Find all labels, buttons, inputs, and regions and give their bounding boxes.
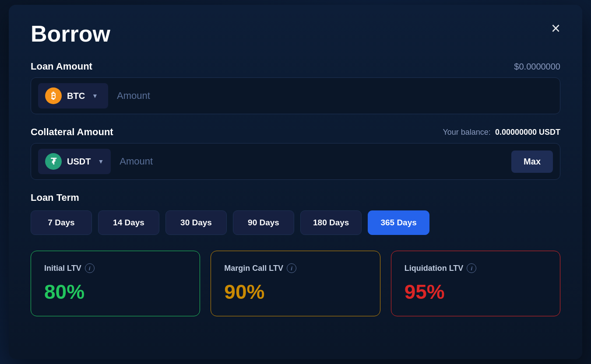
term-7-days[interactable]: 7 Days	[31, 210, 92, 235]
loan-amount-input-box: ₿ BTC ▼	[31, 77, 560, 114]
balance-prefix: Your balance:	[443, 128, 490, 136]
liquidation-ltv-card: Liquidation LTV i 95%	[391, 251, 560, 316]
collateral-amount-label: Collateral Amount	[31, 126, 113, 138]
initial-ltv-title: Initial LTV	[44, 264, 81, 273]
collateral-balance: Your balance: 0.00000000 USDT	[443, 128, 560, 137]
loan-amount-input[interactable]	[108, 90, 553, 102]
term-90-days[interactable]: 90 Days	[233, 210, 294, 235]
modal-title: Borrow	[31, 22, 560, 45]
term-buttons-group: 7 Days 14 Days 30 Days 90 Days 180 Days …	[31, 210, 560, 235]
max-button[interactable]: Max	[511, 150, 553, 173]
term-14-days[interactable]: 14 Days	[98, 210, 159, 235]
collateral-currency-symbol: USDT	[67, 157, 91, 167]
btc-icon: ₿	[45, 88, 62, 104]
initial-ltv-info-icon[interactable]: i	[85, 263, 95, 273]
term-365-days[interactable]: 365 Days	[368, 210, 429, 235]
collateral-currency-chevron: ▼	[98, 158, 104, 165]
term-30-days[interactable]: 30 Days	[165, 210, 227, 235]
loan-currency-symbol: BTC	[67, 91, 85, 101]
margin-call-ltv-info-icon[interactable]: i	[287, 263, 296, 273]
loan-currency-selector[interactable]: ₿ BTC ▼	[38, 83, 108, 108]
loan-term-section: Loan Term 7 Days 14 Days 30 Days 90 Days…	[31, 192, 560, 235]
close-button[interactable]: ×	[551, 21, 560, 36]
usdt-icon: ₮	[45, 153, 62, 170]
liquidation-ltv-title: Liquidation LTV	[405, 264, 464, 273]
initial-ltv-card: Initial LTV i 80%	[31, 251, 200, 316]
ltv-cards-section: Initial LTV i 80% Margin Call LTV i 90% …	[31, 251, 560, 316]
loan-amount-label: Loan Amount	[31, 61, 92, 72]
margin-call-ltv-title: Margin Call LTV	[224, 264, 283, 273]
liquidation-ltv-info-icon[interactable]: i	[467, 263, 476, 273]
initial-ltv-header: Initial LTV i	[44, 263, 186, 273]
collateral-currency-selector[interactable]: ₮ USDT ▼	[38, 149, 111, 174]
margin-call-ltv-value: 90%	[224, 280, 366, 304]
liquidation-ltv-value: 95%	[405, 280, 547, 304]
loan-currency-chevron: ▼	[92, 92, 98, 99]
margin-call-ltv-card: Margin Call LTV i 90%	[211, 251, 380, 316]
initial-ltv-value: 80%	[44, 280, 186, 304]
liquidation-ltv-header: Liquidation LTV i	[405, 263, 547, 273]
collateral-input-box: ₮ USDT ▼ Max	[31, 143, 560, 180]
loan-amount-header: Loan Amount $0.0000000	[31, 61, 560, 72]
collateral-amount-section: Collateral Amount Your balance: 0.000000…	[31, 126, 560, 180]
collateral-amount-header: Collateral Amount Your balance: 0.000000…	[31, 126, 560, 138]
loan-amount-section: Loan Amount $0.0000000 ₿ BTC ▼	[31, 61, 560, 114]
borrow-modal: Borrow × Loan Amount $0.0000000 ₿ BTC ▼ …	[9, 5, 582, 359]
balance-value: 0.00000000 USDT	[495, 128, 560, 136]
loan-amount-value: $0.0000000	[514, 62, 560, 72]
term-180-days[interactable]: 180 Days	[300, 210, 362, 235]
collateral-amount-input[interactable]	[111, 156, 511, 167]
loan-term-label: Loan Term	[31, 192, 560, 203]
margin-call-ltv-header: Margin Call LTV i	[224, 263, 366, 273]
